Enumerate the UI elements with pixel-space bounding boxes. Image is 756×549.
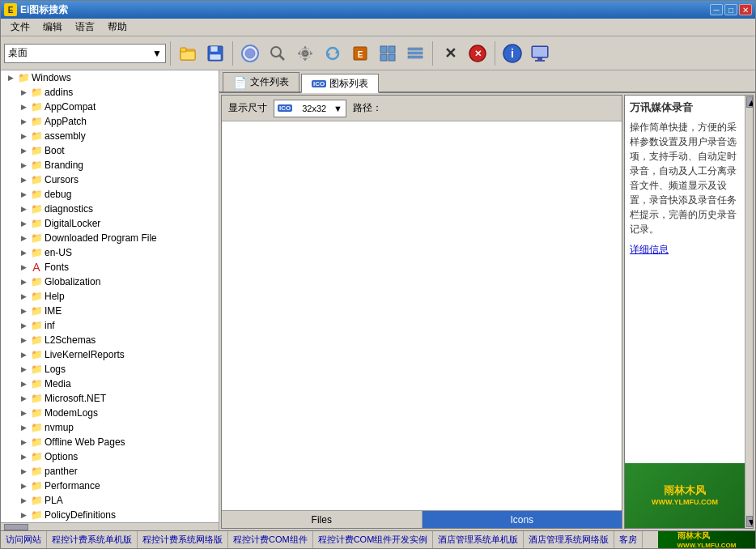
tree-expand-modemlogs[interactable]: ▶ bbox=[17, 406, 30, 419]
tree-hscrollbar[interactable] bbox=[1, 522, 219, 530]
bottom-link-5[interactable]: 酒店管理系统单机版 bbox=[433, 531, 524, 549]
settings-btn[interactable] bbox=[292, 40, 318, 66]
tree-expand-logs[interactable]: ▶ bbox=[17, 363, 30, 376]
list-item[interactable]: ▶ 📁 Cursors bbox=[1, 172, 219, 187]
info-btn[interactable]: i bbox=[499, 40, 525, 66]
list-item[interactable]: ▶ 📁 Microsoft.NET bbox=[1, 391, 219, 406]
bottom-link-0[interactable]: 访问网站 bbox=[1, 531, 47, 549]
bottom-link-4[interactable]: 程控计费COM组件开发实例 bbox=[313, 531, 434, 549]
tree-expand-policydefinitions[interactable]: ▶ bbox=[17, 509, 30, 521]
tree-item-root[interactable]: ▶ 📁 Windows bbox=[1, 70, 219, 85]
list-item[interactable]: ▶ 📁 Globalization bbox=[1, 274, 219, 289]
minimize-button[interactable]: ─ bbox=[710, 4, 723, 15]
tree-expand-ime[interactable]: ▶ bbox=[17, 304, 30, 317]
tree-expand-downloaded[interactable]: ▶ bbox=[17, 232, 30, 245]
tree-expand-debug[interactable]: ▶ bbox=[17, 188, 30, 201]
list-item[interactable]: ▶ 📁 en-US bbox=[1, 245, 219, 260]
list-item[interactable]: ▶ 📁 Logs bbox=[1, 362, 219, 377]
export-btn[interactable]: E bbox=[347, 40, 373, 66]
tree-expand-offlinewebpages[interactable]: ▶ bbox=[17, 436, 30, 449]
tree-expand-panther[interactable]: ▶ bbox=[17, 465, 30, 478]
list-btn[interactable] bbox=[402, 40, 428, 66]
menu-help[interactable]: 帮助 bbox=[101, 19, 134, 36]
tree-expand-addins[interactable]: ▶ bbox=[17, 86, 30, 99]
list-item[interactable]: ▶ 📁 diagnostics bbox=[1, 202, 219, 216]
list-item[interactable]: ▶ 📁 debug bbox=[1, 187, 219, 202]
location-combo[interactable]: 桌面 ▼ bbox=[4, 44, 166, 63]
menu-edit[interactable]: 编辑 bbox=[36, 19, 69, 36]
list-item[interactable]: ▶ 📁 nvmup bbox=[1, 420, 219, 435]
tree-expand-pla[interactable]: ▶ bbox=[17, 494, 30, 507]
bottom-link-7[interactable]: 客房 bbox=[614, 531, 643, 549]
close-x-btn[interactable]: ✕ bbox=[437, 40, 463, 66]
list-item[interactable]: ▶ 📁 Options bbox=[1, 449, 219, 464]
search-mag-btn[interactable] bbox=[265, 40, 291, 66]
tree-expand-microsoftnet[interactable]: ▶ bbox=[17, 392, 30, 405]
tree-expand-apppatch[interactable]: ▶ bbox=[17, 115, 30, 128]
list-item[interactable]: ▶ A Fonts bbox=[1, 260, 219, 274]
tree-expand-fonts[interactable]: ▶ bbox=[17, 261, 30, 274]
status-tab-files[interactable]: Files bbox=[222, 511, 423, 528]
search-circle-btn[interactable] bbox=[237, 40, 263, 66]
scrollbar-down-arrow[interactable]: ▼ bbox=[746, 516, 753, 527]
list-item[interactable]: ▶ 📁 Boot bbox=[1, 143, 219, 158]
list-item[interactable]: ▶ 📁 Help bbox=[1, 289, 219, 304]
menu-language[interactable]: 语言 bbox=[69, 19, 101, 36]
list-item[interactable]: ▶ 📁 Media bbox=[1, 377, 219, 391]
list-item[interactable]: ▶ 📁 addins bbox=[1, 85, 219, 100]
list-item[interactable]: ▶ 📁 inf bbox=[1, 318, 219, 333]
tree-expand-enus[interactable]: ▶ bbox=[17, 246, 30, 259]
tree-expand-help[interactable]: ▶ bbox=[17, 290, 30, 303]
list-item[interactable]: ▶ 📁 ModemLogs bbox=[1, 406, 219, 420]
bottom-link-3[interactable]: 程控计费COM组件 bbox=[228, 531, 313, 549]
tree-expand-branding[interactable]: ▶ bbox=[17, 159, 30, 172]
tree-expand-globalization[interactable]: ▶ bbox=[17, 275, 30, 288]
bottom-link-1[interactable]: 程控计费系统单机版 bbox=[47, 531, 138, 549]
tree-expand-cursors[interactable]: ▶ bbox=[17, 173, 30, 186]
list-item[interactable]: ▶ 📁 Performance bbox=[1, 479, 219, 493]
list-item[interactable]: ▶ 📁 Downloaded Program File bbox=[1, 231, 219, 245]
save-btn[interactable] bbox=[202, 40, 228, 66]
tree-expand-root[interactable]: ▶ bbox=[4, 71, 17, 84]
ad-detail-link[interactable]: 详细信息 bbox=[630, 243, 740, 257]
tab-icon-list[interactable]: ICO 图标列表 bbox=[301, 74, 379, 93]
refresh-btn[interactable] bbox=[320, 40, 346, 66]
grid-btn[interactable] bbox=[375, 40, 401, 66]
tree-expand-boot[interactable]: ▶ bbox=[17, 144, 30, 157]
list-item[interactable]: ▶ 📁 panther bbox=[1, 464, 219, 479]
maximize-button[interactable]: □ bbox=[724, 4, 737, 15]
scrollbar-up-arrow[interactable]: ▲ bbox=[746, 96, 753, 108]
close-button[interactable]: ✕ bbox=[739, 4, 752, 15]
tree-expand-performance[interactable]: ▶ bbox=[17, 479, 30, 492]
menu-file[interactable]: 文件 bbox=[4, 19, 36, 36]
stop-btn[interactable]: ✕ bbox=[465, 40, 491, 66]
list-item[interactable]: ▶ 📁 DigitalLocker bbox=[1, 216, 219, 231]
tab-file-list[interactable]: 📄 文件列表 bbox=[223, 72, 299, 92]
hscrollbar-thumb[interactable] bbox=[4, 524, 28, 530]
tree-expand-diagnostics[interactable]: ▶ bbox=[17, 202, 30, 215]
tree-expand-digitallocker[interactable]: ▶ bbox=[17, 217, 30, 230]
list-item[interactable]: ▶ 📁 PLA bbox=[1, 493, 219, 508]
size-combo[interactable]: ICO 32x32 ▼ bbox=[274, 100, 346, 117]
list-item[interactable]: ▶ 📁 LiveKernelReports bbox=[1, 347, 219, 362]
bottom-link-2[interactable]: 程控计费系统网络版 bbox=[138, 531, 228, 549]
open-folder-btn[interactable] bbox=[175, 40, 201, 66]
tree-expand-nvmup[interactable]: ▶ bbox=[17, 421, 30, 434]
list-item[interactable]: ▶ 📁 assembly bbox=[1, 129, 219, 143]
list-item[interactable]: ▶ 📁 Offline Web Pages bbox=[1, 435, 219, 449]
list-item[interactable]: ▶ 📁 AppCompat bbox=[1, 100, 219, 114]
status-tab-icons[interactable]: Icons bbox=[423, 511, 622, 528]
list-item[interactable]: ▶ 📁 AppPatch bbox=[1, 114, 219, 129]
tree-expand-inf[interactable]: ▶ bbox=[17, 319, 30, 332]
tree-expand-livekernelreports[interactable]: ▶ bbox=[17, 348, 30, 361]
bottom-link-6[interactable]: 酒店管理系统网络版 bbox=[524, 531, 614, 549]
tree-expand-assembly[interactable]: ▶ bbox=[17, 130, 30, 143]
monitor-btn[interactable] bbox=[527, 40, 553, 66]
ad-vscrollbar[interactable]: ▲ ▼ bbox=[745, 96, 753, 528]
folder-tree[interactable]: ▶ 📁 Windows ▶ 📁 addins ▶ 📁 AppCompat ▶ bbox=[1, 70, 219, 522]
tree-expand-options[interactable]: ▶ bbox=[17, 450, 30, 463]
list-item[interactable]: ▶ 📁 Branding bbox=[1, 158, 219, 172]
tree-expand-appcompat[interactable]: ▶ bbox=[17, 100, 30, 113]
list-item[interactable]: ▶ 📁 IME bbox=[1, 304, 219, 318]
tree-expand-l2schemas[interactable]: ▶ bbox=[17, 334, 30, 347]
